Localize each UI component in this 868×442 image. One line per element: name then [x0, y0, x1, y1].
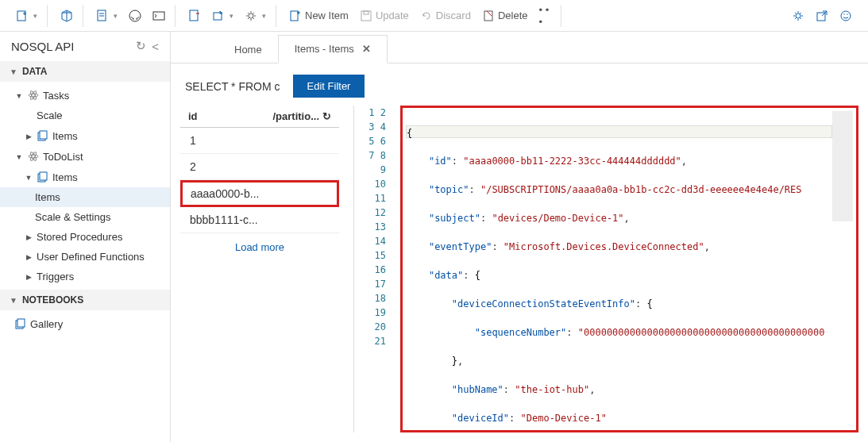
minimap[interactable] [832, 111, 853, 427]
tree-item-stored-procs[interactable]: Stored Procedures [0, 227, 170, 247]
chevron-down-icon: ▾ [33, 12, 37, 20]
refresh-icon[interactable] [134, 40, 147, 52]
tree-item-items-3[interactable]: Items [0, 187, 170, 207]
delete-icon [482, 10, 495, 22]
item-row-2[interactable]: 2 [180, 154, 339, 180]
collapse-icon[interactable]: < [152, 40, 159, 53]
item-row-3[interactable]: aaaa0000-b... [180, 180, 339, 207]
load-more-link[interactable]: Load more [180, 233, 339, 261]
terminal-button[interactable] [148, 6, 170, 25]
delete-button[interactable]: Delete [477, 6, 533, 25]
items-panel: id /partitio... 1 2 aaaa0000-b... bbbb11… [180, 106, 339, 432]
caret-icon [14, 152, 24, 161]
chevron-down-icon: ▾ [114, 12, 118, 20]
new-database-button[interactable]: ▾ [11, 6, 42, 25]
export-icon [212, 10, 225, 22]
container-icon [27, 89, 40, 102]
gallery-icon [14, 317, 27, 330]
tree-item-items-2[interactable]: Items [0, 167, 170, 187]
tree-item-scale[interactable]: Scale [0, 106, 170, 125]
panel-divider[interactable] [353, 106, 354, 432]
content-area: Home Items - Items ✕ SELECT * FROM c Edi… [171, 32, 868, 442]
sidebar-header: NOSQL API < [0, 32, 170, 61]
tree-item-tasks[interactable]: Tasks [0, 85, 170, 106]
new-item-button[interactable]: New Item [284, 6, 353, 25]
save-icon [360, 10, 372, 22]
github-button[interactable] [124, 6, 146, 25]
tab-close-icon[interactable]: ✕ [362, 43, 371, 55]
export-button[interactable]: ▾ [207, 6, 238, 25]
update-label: Update [376, 10, 409, 21]
tab-items[interactable]: Items - Items ✕ [278, 35, 388, 63]
items-header: id /partitio... [180, 106, 339, 128]
svg-point-17 [843, 13, 844, 14]
update-button[interactable]: Update [355, 6, 414, 25]
json-editor[interactable]: { "id": "aaaa0000-bb11-2222-33cc-444444d… [400, 106, 858, 432]
chevron-down-icon: ▼ [10, 296, 17, 305]
query-row: SELECT * FROM c Edit Filter [171, 63, 868, 106]
svg-rect-28 [40, 172, 47, 180]
caret-icon [24, 272, 33, 281]
svg-rect-10 [361, 11, 371, 21]
svg-rect-5 [153, 12, 164, 20]
discard-button[interactable]: Discard [415, 6, 476, 25]
caret-icon [24, 173, 33, 182]
cube-icon [60, 10, 73, 22]
delete-label: Delete [498, 10, 528, 21]
col-partition-header[interactable]: /partitio... [260, 110, 331, 122]
col-id-header[interactable]: id [188, 110, 260, 122]
tree-item-items-1[interactable]: Items [0, 125, 170, 146]
code-area[interactable]: { "id": "aaaa0000-bb11-2222-33cc-444444d… [406, 111, 832, 427]
doc-save-icon [188, 10, 201, 22]
new-sql-button[interactable]: ▾ [91, 6, 122, 25]
save-template-button[interactable] [183, 6, 206, 25]
api-title: NOSQL API [11, 40, 74, 53]
chevron-down-icon: ▼ [10, 67, 17, 76]
external-link-icon [816, 10, 828, 22]
svg-rect-6 [190, 10, 198, 21]
tree-item-gallery[interactable]: Gallery [0, 313, 170, 334]
settings-gear-button[interactable]: ▾ [240, 6, 271, 25]
collection-icon [37, 129, 49, 142]
item-row-1[interactable]: 1 [180, 128, 339, 154]
terminal-icon [152, 10, 165, 22]
query-text: SELECT * FROM c [185, 80, 280, 93]
svg-point-8 [249, 13, 253, 18]
settings-button[interactable] [787, 6, 809, 25]
github-icon [129, 10, 141, 22]
sql-script-icon [96, 10, 109, 22]
item-row-4[interactable]: bbbb1111-c... [180, 207, 339, 233]
tab-home[interactable]: Home [218, 37, 278, 63]
svg-point-14 [796, 13, 800, 18]
svg-point-19 [29, 94, 38, 97]
edit-filter-button[interactable]: Edit Filter [293, 75, 365, 98]
feedback-button[interactable] [835, 6, 857, 25]
tree-item-scale-settings[interactable]: Scale & Settings [0, 207, 170, 227]
chevron-down-icon: ▾ [262, 12, 266, 20]
svg-rect-11 [364, 11, 368, 14]
sidebar: NOSQL API < ▼ DATA Tasks Scale [0, 32, 171, 442]
line-numbers: 1 2 3 4 5 6 7 8 9 10 11 12 13 14 15 16 1… [368, 106, 392, 432]
svg-line-13 [487, 11, 492, 16]
new-item-label: New Item [305, 10, 349, 21]
top-toolbar: ▾ ▾ [0, 0, 868, 32]
caret-icon [24, 233, 33, 241]
svg-rect-23 [40, 131, 47, 139]
section-data[interactable]: ▼ DATA [0, 61, 170, 82]
svg-point-24 [29, 155, 38, 158]
caret-icon [24, 132, 33, 140]
svg-point-4 [129, 10, 141, 21]
more-button[interactable]: • • • [534, 6, 556, 25]
gear-icon [792, 10, 804, 22]
cube-button[interactable] [56, 6, 78, 25]
refresh-icon[interactable] [322, 110, 331, 122]
container-icon [27, 150, 40, 163]
svg-rect-30 [17, 319, 25, 327]
tree-item-udf[interactable]: User Defined Functions [0, 247, 170, 267]
section-notebooks[interactable]: ▼ NOTEBOOKS [0, 290, 170, 310]
chevron-down-icon: ▾ [230, 12, 233, 20]
tree-item-triggers[interactable]: Triggers [0, 267, 170, 286]
tree-item-todolist[interactable]: ToDoList [0, 146, 170, 167]
new-item-icon [289, 10, 302, 22]
open-external-button[interactable] [811, 6, 833, 25]
